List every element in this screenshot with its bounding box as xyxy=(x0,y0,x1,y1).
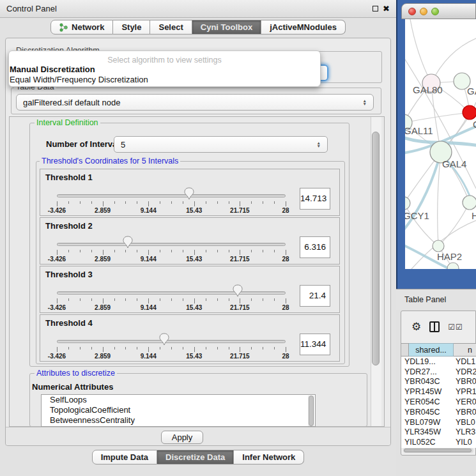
cell-shared-name[interactable]: YBR045C xyxy=(401,408,456,417)
attributes-list[interactable]: SelfLoopsTopologicalCoefficientBetweenne… xyxy=(41,394,316,427)
table-row[interactable]: YIL052CYIL0 xyxy=(401,437,476,447)
table-row[interactable]: YBR043CYBR0 xyxy=(401,377,476,387)
cell-name[interactable]: YDL1 xyxy=(456,357,476,366)
cell-name[interactable]: YBL0 xyxy=(456,418,476,427)
table-data-combo[interactable]: galFiltered.sif default node ▲▼ xyxy=(16,94,374,111)
algorithm-option[interactable]: Manual Discretization xyxy=(9,65,320,75)
network-node-h[interactable] xyxy=(463,196,476,210)
tab-cyni-toolbox[interactable]: Cyni Toolbox xyxy=(192,20,261,35)
num-intervals-spinner[interactable]: 5 ▲▼ xyxy=(114,136,328,153)
cell-shared-name[interactable]: YER054C xyxy=(401,397,456,406)
tick xyxy=(217,201,218,204)
threshold-value-field[interactable]: 11.344 xyxy=(300,334,330,355)
tick xyxy=(240,298,240,303)
close-traffic-icon[interactable] xyxy=(408,8,416,15)
algorithm-option[interactable]: Equal Width/Frequency Discretization xyxy=(9,75,320,85)
apply-button[interactable]: Apply xyxy=(161,431,203,444)
slider-track[interactable] xyxy=(57,194,286,197)
combo-stepper-icon[interactable]: ▲▼ xyxy=(363,99,367,105)
attributes-scrollbar-track[interactable] xyxy=(308,395,314,426)
cell-name[interactable]: YER0 xyxy=(456,397,476,406)
tab-infer-network[interactable]: Infer Network xyxy=(234,450,304,464)
cell-name[interactable]: YPR1 xyxy=(456,387,476,396)
algorithm-options: Manual DiscretizationEqual Width/Frequen… xyxy=(9,65,320,85)
slider-tick-labels: -3.4262.8599.14415.4321.71528 xyxy=(57,304,286,312)
tick xyxy=(251,250,252,252)
checkbox-columns-icon[interactable]: ☑☑ xyxy=(448,323,463,331)
cell-name[interactable]: YBR0 xyxy=(456,377,476,386)
cell-shared-name[interactable]: YDL19... xyxy=(401,357,456,366)
tab-network[interactable]: Network xyxy=(50,20,113,35)
tab-style[interactable]: Style xyxy=(113,20,150,35)
slider-thumb-icon[interactable] xyxy=(233,284,243,297)
table-hscrollbar-thumb[interactable] xyxy=(404,449,472,452)
float-window-icon[interactable] xyxy=(372,6,378,12)
network-window-titlebar[interactable] xyxy=(401,3,476,19)
table-row[interactable]: YBR045CYBR0 xyxy=(401,407,476,417)
minimize-traffic-icon[interactable] xyxy=(420,8,427,15)
tick xyxy=(251,298,252,301)
cell-shared-name[interactable]: YLR345W xyxy=(401,427,456,436)
tick xyxy=(171,298,172,301)
tick xyxy=(183,250,183,252)
tab-impute-data[interactable]: Impute Data xyxy=(92,450,157,464)
network-canvas[interactable]: GAL80GACGAL11GAL4GCY1HHAP2 xyxy=(405,19,476,269)
cell-name[interactable]: YIL0 xyxy=(456,438,476,447)
table-header-gutter xyxy=(401,343,409,357)
cell-name[interactable]: YDR2 xyxy=(456,367,476,376)
zoom-traffic-icon[interactable] xyxy=(431,8,439,15)
tick xyxy=(251,201,252,204)
table-row[interactable]: YBL079WYBL0 xyxy=(401,417,476,427)
tick xyxy=(240,201,240,206)
table-header-name[interactable]: n xyxy=(454,343,476,357)
table-row[interactable]: YDR27...YDR2 xyxy=(401,367,476,377)
network-node-c[interactable] xyxy=(463,105,476,119)
attributes-scrollbar-thumb[interactable] xyxy=(309,395,314,426)
close-icon[interactable]: ✖ xyxy=(383,4,390,13)
slider-track[interactable] xyxy=(57,340,286,343)
cell-name[interactable]: YBR0 xyxy=(456,408,476,417)
cell-shared-name[interactable]: YIL052C xyxy=(401,438,456,447)
slider-thumb-icon[interactable] xyxy=(184,187,194,200)
table-row[interactable]: YPR145WYPR1 xyxy=(401,387,476,397)
tab-select[interactable]: Select xyxy=(150,20,192,35)
tab-jactivemnodules[interactable]: jActiveMNodules xyxy=(261,20,346,35)
threshold-value-field[interactable]: 21.4 xyxy=(300,285,330,307)
spinner-stepper-icon[interactable]: ▲▼ xyxy=(317,141,321,148)
slider-thumb-icon[interactable] xyxy=(123,236,133,249)
network-node[interactable] xyxy=(447,263,459,269)
tick xyxy=(263,201,263,204)
cell-shared-name[interactable]: YDR27... xyxy=(401,367,456,376)
cell-shared-name[interactable]: YPR145W xyxy=(401,387,456,396)
attribute-item[interactable]: TopologicalCoefficient xyxy=(42,405,315,415)
tick xyxy=(240,347,240,352)
slider-thumb-icon[interactable] xyxy=(159,333,169,346)
tick xyxy=(68,250,69,252)
table-panel-titlebar: Table Panel xyxy=(396,289,476,310)
table-row[interactable]: YLR345WYLR3 xyxy=(401,427,476,438)
slider-ticks xyxy=(57,298,286,304)
table-row[interactable]: YER054CYER0 xyxy=(401,397,476,407)
cell-name[interactable]: YLR3 xyxy=(456,427,476,436)
tab-label: jActiveMNodules xyxy=(270,22,337,32)
threshold-value-field[interactable]: 6.316 xyxy=(300,236,330,258)
slider-track[interactable] xyxy=(57,291,286,295)
slider-track[interactable] xyxy=(57,243,286,246)
gear-icon[interactable]: ⚙ xyxy=(411,321,421,332)
tick xyxy=(263,347,263,349)
cell-shared-name[interactable]: YBL079W xyxy=(401,418,456,427)
table-row[interactable]: YDL19...YDL1 xyxy=(401,357,476,367)
settings-scrollbar-thumb[interactable] xyxy=(372,132,380,365)
tick xyxy=(229,250,229,252)
attribute-item[interactable]: SelfLoops xyxy=(42,395,315,405)
cell-shared-name[interactable]: YBR043C xyxy=(401,377,456,386)
table-header-shared[interactable]: shared... xyxy=(409,343,454,357)
network-node-hap2[interactable] xyxy=(433,240,444,252)
split-columns-icon[interactable] xyxy=(429,321,440,332)
table-hscrollbar-track[interactable] xyxy=(403,448,473,453)
attribute-item[interactable]: BetweennessCentrality xyxy=(42,415,315,426)
tab-discretize-data[interactable]: Discretize Data xyxy=(157,450,234,464)
network-node-gcy1[interactable] xyxy=(405,197,410,210)
threshold-value-field[interactable]: 14.713 xyxy=(300,188,330,210)
tab-label: Network xyxy=(72,22,104,32)
